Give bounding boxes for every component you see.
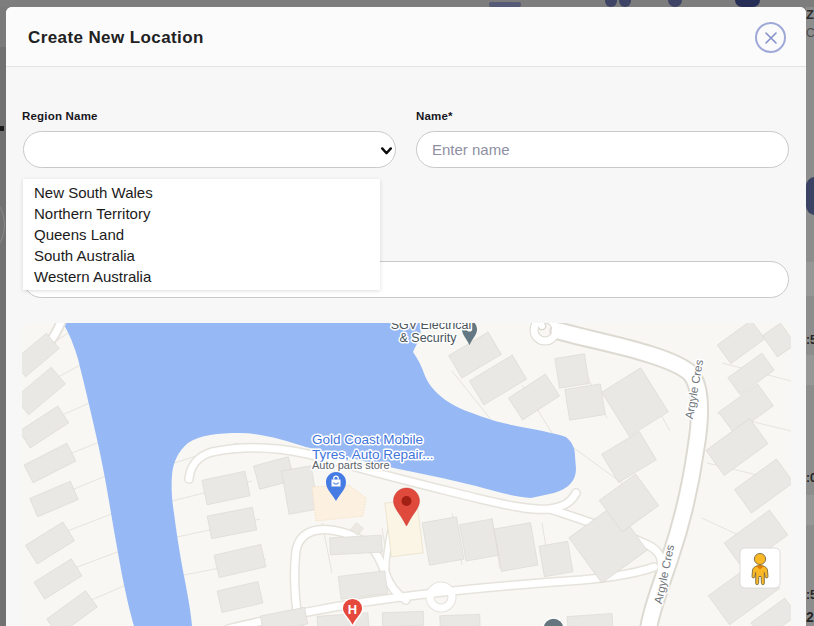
svg-text:Gold Coast Mobile: Gold Coast Mobile bbox=[312, 432, 423, 447]
svg-text:& Security: & Security bbox=[400, 331, 458, 345]
svg-text:H: H bbox=[348, 602, 357, 617]
svg-text:Auto parts store: Auto parts store bbox=[312, 459, 390, 471]
